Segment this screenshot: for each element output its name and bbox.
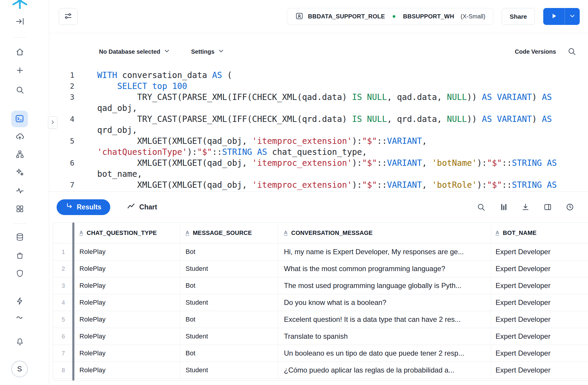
worksheet-options-button[interactable] [59, 8, 78, 25]
run-button[interactable] [543, 8, 565, 25]
row-number[interactable]: 6 [53, 328, 74, 345]
nav-activity-button[interactable] [15, 187, 24, 195]
table-cell[interactable]: Student [180, 294, 278, 311]
row-number[interactable]: 5 [53, 311, 74, 328]
table-cell[interactable]: RolePlay [74, 294, 180, 311]
nav-automation-button[interactable] [15, 297, 24, 306]
table-row[interactable]: 6RolePlayStudentTranslate to spanishExpe… [53, 328, 588, 345]
nav-worksheets-button-active[interactable] [11, 111, 28, 127]
code-line[interactable]: 1WITH conversation_data AS ( [49, 70, 588, 81]
run-options-button[interactable] [565, 8, 580, 25]
column-header[interactable]: AMESSAGE_SOURCE [180, 223, 278, 243]
table-cell[interactable]: RolePlay [74, 277, 180, 294]
code-token: TRY_CAST(PARSE_XML(IFF(CHECK_XML(qrd.dat… [97, 114, 352, 124]
code-line[interactable]: 3 TRY_CAST(PARSE_XML(IFF(CHECK_XML(qad.d… [49, 92, 588, 114]
nav-governance-button[interactable] [15, 269, 24, 278]
table-cell[interactable]: Hi, my name is Expert Developer, My resp… [278, 244, 491, 260]
table-cell[interactable]: Expert Developer [491, 345, 588, 362]
table-row[interactable]: 5RolePlayBotExcelent question! It is a d… [53, 311, 588, 328]
notifications-button[interactable] [15, 338, 24, 346]
column-header[interactable]: ABOT_NAME [491, 223, 588, 243]
results-search-button[interactable] [477, 203, 485, 211]
nav-search-button[interactable] [15, 86, 24, 95]
table-cell[interactable]: Expert Developer [491, 311, 588, 328]
expand-panel-button[interactable] [48, 116, 57, 129]
row-number[interactable]: 1 [53, 244, 74, 260]
code-token: VARIANT [497, 114, 532, 124]
download-results-button[interactable] [521, 203, 530, 211]
table-cell[interactable]: Student [180, 328, 278, 345]
table-cell[interactable]: RolePlay [74, 362, 180, 378]
table-cell[interactable]: Expert Developer [491, 277, 588, 294]
table-row[interactable]: 2RolePlayStudentWhat is the most common … [53, 260, 588, 277]
row-number[interactable]: 2 [53, 260, 74, 277]
split-panel-button[interactable] [543, 203, 552, 211]
table-cell[interactable]: Student [180, 362, 278, 378]
column-stats-button[interactable] [499, 203, 508, 211]
query-history-button[interactable] [565, 203, 574, 211]
tab-results[interactable]: Results [57, 199, 110, 215]
nav-dashboards-button[interactable] [15, 205, 24, 214]
table-cell[interactable]: RolePlay [74, 328, 180, 345]
row-number[interactable]: 4 [53, 294, 74, 311]
code-line[interactable]: 4 TRY_CAST(PARSE_XML(IFF(CHECK_XML(qrd.d… [49, 114, 588, 136]
table-row[interactable]: 3RolePlayBotThe most used programming la… [53, 277, 588, 294]
settings-menu[interactable]: Settings [191, 47, 225, 56]
snowflake-logo-icon[interactable] [12, 0, 28, 9]
table-cell[interactable]: Expert Developer [491, 362, 588, 378]
nav-data-load-button[interactable] [15, 132, 24, 141]
table-row[interactable]: 1RolePlayBotHi, my name is Expert Develo… [53, 244, 588, 260]
table-cell[interactable]: Bot [180, 311, 278, 328]
table-cell[interactable]: RolePlay [74, 311, 180, 328]
table-cell[interactable]: Excelent question! It is a data type tha… [278, 311, 491, 328]
database-selector[interactable]: No Database selected [99, 47, 170, 56]
row-number[interactable]: 7 [53, 345, 74, 362]
table-cell[interactable]: Do you know what is a boolean? [278, 294, 491, 311]
table-cell[interactable]: RolePlay [74, 244, 180, 260]
row-number[interactable]: 3 [53, 277, 74, 294]
code-versions-button[interactable]: Code Versions [515, 48, 556, 55]
code-line[interactable]: 2 SELECT top 100 [49, 81, 588, 92]
table-scrollbar[interactable] [72, 222, 74, 381]
user-avatar[interactable]: S [11, 361, 28, 377]
table-row[interactable]: 7RolePlayBotUn booleano es un tipo de da… [53, 345, 588, 362]
table-cell[interactable]: Translate to spanish [278, 328, 491, 345]
table-cell[interactable]: Bot [180, 277, 278, 294]
code-line[interactable]: 6 XMLGET(XMLGET(qad_obj, 'itemproc_exten… [49, 158, 588, 179]
nav-transform-button[interactable] [15, 168, 24, 177]
table-cell[interactable]: Expert Developer [491, 244, 588, 260]
table-cell[interactable]: Student [180, 260, 278, 277]
table-cell[interactable]: Bot [180, 244, 278, 260]
table-cell[interactable]: Bot [180, 345, 278, 362]
table-cell[interactable]: RolePlay [74, 260, 180, 277]
nav-hierarchy-button[interactable] [15, 150, 24, 159]
table-cell[interactable]: RolePlay [74, 345, 180, 362]
nav-marketplace-button[interactable] [15, 251, 24, 260]
column-header[interactable]: ACHAT_QUESTION_TYPE [74, 223, 180, 243]
nav-create-button[interactable] [15, 66, 24, 75]
sql-code-editor[interactable]: 1WITH conversation_data AS (2 SELECT top… [49, 70, 588, 191]
code-line[interactable]: 7 XMLGET(XMLGET(qad_obj, 'itemproc_exten… [49, 179, 588, 190]
expand-nav-button[interactable] [15, 17, 24, 26]
nav-home-button[interactable] [15, 48, 24, 57]
corner-cell[interactable] [53, 223, 74, 243]
table-cell[interactable]: What is the most common programming lang… [278, 260, 491, 277]
nav-databases-button[interactable] [15, 233, 24, 242]
column-header[interactable]: ACONVERSATION_MESSAGE [278, 223, 491, 243]
share-button[interactable]: Share [502, 8, 535, 25]
results-tab-label: Results [77, 203, 101, 211]
nav-pipelines-button[interactable] [15, 313, 24, 322]
context-selector[interactable]: BBDATA_SUPPORT_ROLE BBSUPPORT_WH (X-Smal… [287, 8, 493, 25]
table-cell[interactable]: The most used programming language globa… [278, 277, 491, 294]
table-cell[interactable]: Expert Developer [491, 328, 588, 345]
table-cell[interactable]: ¿Cómo puedo aplicar las reglas de la pro… [278, 362, 491, 378]
code-line[interactable]: 5 XMLGET(XMLGET(qad_obj, 'itemproc_exten… [49, 136, 588, 158]
table-row[interactable]: 8RolePlayStudent¿Cómo puedo aplicar las … [53, 362, 588, 379]
table-cell[interactable]: Expert Developer [491, 294, 588, 311]
editor-search-button[interactable] [567, 47, 576, 57]
table-row[interactable]: 4RolePlayStudentDo you know what is a bo… [53, 294, 588, 311]
table-cell[interactable]: Expert Developer [491, 260, 588, 277]
row-number[interactable]: 8 [53, 362, 74, 378]
tab-chart[interactable]: Chart [127, 202, 157, 212]
table-cell[interactable]: Un booleano es un tipo de dato que puede… [278, 345, 491, 362]
